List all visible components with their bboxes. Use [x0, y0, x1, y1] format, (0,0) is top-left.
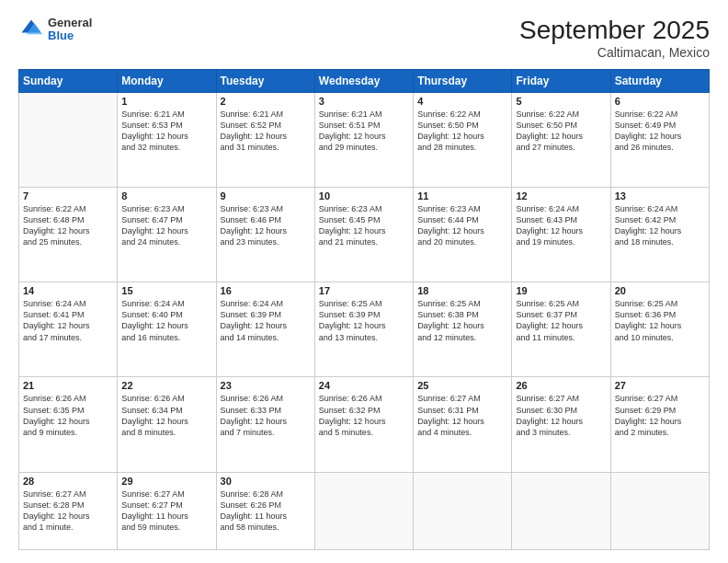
day-info: Sunrise: 6:25 AM Sunset: 6:36 PM Dayligh…	[615, 298, 705, 343]
header-saturday: Saturday	[610, 69, 709, 92]
day-info: Sunrise: 6:26 AM Sunset: 6:35 PM Dayligh…	[23, 393, 113, 438]
day-info: Sunrise: 6:24 AM Sunset: 6:40 PM Dayligh…	[121, 298, 211, 343]
table-row: 4Sunrise: 6:22 AM Sunset: 6:50 PM Daylig…	[414, 92, 512, 187]
logo: General Blue	[18, 17, 92, 43]
table-row	[19, 92, 118, 187]
day-number: 28	[23, 476, 113, 487]
header-tuesday: Tuesday	[216, 69, 314, 92]
day-info: Sunrise: 6:23 AM Sunset: 6:44 PM Dayligh…	[417, 203, 507, 248]
day-info: Sunrise: 6:23 AM Sunset: 6:47 PM Dayligh…	[121, 203, 211, 248]
logo-text: General Blue	[48, 17, 92, 43]
day-info: Sunrise: 6:24 AM Sunset: 6:39 PM Dayligh…	[221, 298, 311, 343]
day-info: Sunrise: 6:21 AM Sunset: 6:53 PM Dayligh…	[121, 109, 211, 154]
day-info: Sunrise: 6:26 AM Sunset: 6:32 PM Dayligh…	[319, 393, 409, 438]
day-number: 10	[319, 190, 409, 201]
table-row: 3Sunrise: 6:21 AM Sunset: 6:51 PM Daylig…	[314, 92, 413, 187]
day-info: Sunrise: 6:24 AM Sunset: 6:41 PM Dayligh…	[23, 298, 113, 343]
day-number: 23	[221, 380, 311, 391]
day-number: 24	[319, 380, 409, 391]
day-number: 15	[121, 285, 211, 296]
table-row	[610, 472, 709, 549]
day-info: Sunrise: 6:22 AM Sunset: 6:49 PM Dayligh…	[615, 109, 705, 154]
day-number: 2	[221, 96, 311, 107]
day-info: Sunrise: 6:25 AM Sunset: 6:38 PM Dayligh…	[417, 298, 507, 343]
day-info: Sunrise: 6:27 AM Sunset: 6:28 PM Dayligh…	[23, 488, 113, 534]
day-info: Sunrise: 6:25 AM Sunset: 6:39 PM Dayligh…	[319, 298, 409, 343]
day-number: 22	[121, 380, 211, 391]
table-row: 10Sunrise: 6:23 AM Sunset: 6:45 PM Dayli…	[314, 187, 413, 282]
day-number: 1	[121, 96, 211, 107]
table-row: 7Sunrise: 6:22 AM Sunset: 6:48 PM Daylig…	[19, 187, 118, 282]
day-number: 26	[516, 380, 606, 391]
table-row: 29Sunrise: 6:27 AM Sunset: 6:27 PM Dayli…	[118, 472, 216, 549]
table-row: 2Sunrise: 6:21 AM Sunset: 6:52 PM Daylig…	[216, 92, 314, 187]
day-number: 19	[516, 285, 606, 296]
day-info: Sunrise: 6:22 AM Sunset: 6:50 PM Dayligh…	[417, 109, 507, 154]
table-row	[512, 472, 610, 549]
day-info: Sunrise: 6:27 AM Sunset: 6:30 PM Dayligh…	[516, 393, 606, 438]
weekday-header-row: Sunday Monday Tuesday Wednesday Thursday…	[19, 69, 710, 92]
table-row: 15Sunrise: 6:24 AM Sunset: 6:40 PM Dayli…	[118, 282, 216, 377]
table-row: 1Sunrise: 6:21 AM Sunset: 6:53 PM Daylig…	[118, 92, 216, 187]
day-number: 30	[221, 476, 311, 487]
day-number: 11	[417, 190, 507, 201]
calendar-subtitle: Caltimacan, Mexico	[519, 45, 710, 60]
day-number: 4	[417, 96, 507, 107]
day-number: 16	[221, 285, 311, 296]
logo-general-text: General	[48, 17, 92, 29]
day-info: Sunrise: 6:21 AM Sunset: 6:51 PM Dayligh…	[319, 109, 409, 154]
table-row: 30Sunrise: 6:28 AM Sunset: 6:26 PM Dayli…	[216, 472, 314, 549]
header-thursday: Thursday	[414, 69, 512, 92]
day-number: 29	[121, 476, 211, 487]
table-row	[314, 472, 413, 549]
day-number: 8	[121, 190, 211, 201]
day-number: 20	[615, 285, 705, 296]
day-info: Sunrise: 6:24 AM Sunset: 6:42 PM Dayligh…	[615, 203, 705, 248]
table-row: 28Sunrise: 6:27 AM Sunset: 6:28 PM Dayli…	[19, 472, 118, 549]
day-number: 7	[23, 190, 113, 201]
table-row: 13Sunrise: 6:24 AM Sunset: 6:42 PM Dayli…	[610, 187, 709, 282]
table-row: 9Sunrise: 6:23 AM Sunset: 6:46 PM Daylig…	[216, 187, 314, 282]
table-row: 16Sunrise: 6:24 AM Sunset: 6:39 PM Dayli…	[216, 282, 314, 377]
header-monday: Monday	[118, 69, 216, 92]
day-info: Sunrise: 6:22 AM Sunset: 6:48 PM Dayligh…	[23, 203, 113, 248]
table-row: 22Sunrise: 6:26 AM Sunset: 6:34 PM Dayli…	[118, 377, 216, 472]
day-number: 21	[23, 380, 113, 391]
day-number: 14	[23, 285, 113, 296]
table-row: 19Sunrise: 6:25 AM Sunset: 6:37 PM Dayli…	[512, 282, 610, 377]
page: General Blue September 2025 Caltimacan, …	[0, 0, 728, 563]
table-row: 24Sunrise: 6:26 AM Sunset: 6:32 PM Dayli…	[314, 377, 413, 472]
table-row: 18Sunrise: 6:25 AM Sunset: 6:38 PM Dayli…	[414, 282, 512, 377]
calendar-title: September 2025	[519, 17, 710, 45]
table-row: 11Sunrise: 6:23 AM Sunset: 6:44 PM Dayli…	[414, 187, 512, 282]
table-row: 8Sunrise: 6:23 AM Sunset: 6:47 PM Daylig…	[118, 187, 216, 282]
calendar-table: Sunday Monday Tuesday Wednesday Thursday…	[18, 69, 710, 550]
day-info: Sunrise: 6:27 AM Sunset: 6:31 PM Dayligh…	[417, 393, 507, 438]
header-sunday: Sunday	[19, 69, 118, 92]
logo-blue-text: Blue	[48, 29, 92, 42]
table-row: 12Sunrise: 6:24 AM Sunset: 6:43 PM Dayli…	[512, 187, 610, 282]
day-info: Sunrise: 6:26 AM Sunset: 6:33 PM Dayligh…	[221, 393, 311, 438]
header-friday: Friday	[512, 69, 610, 92]
table-row: 21Sunrise: 6:26 AM Sunset: 6:35 PM Dayli…	[19, 377, 118, 472]
table-row: 27Sunrise: 6:27 AM Sunset: 6:29 PM Dayli…	[610, 377, 709, 472]
day-info: Sunrise: 6:27 AM Sunset: 6:29 PM Dayligh…	[615, 393, 705, 438]
header-wednesday: Wednesday	[314, 69, 413, 92]
table-row: 5Sunrise: 6:22 AM Sunset: 6:50 PM Daylig…	[512, 92, 610, 187]
day-info: Sunrise: 6:22 AM Sunset: 6:50 PM Dayligh…	[516, 109, 606, 154]
day-info: Sunrise: 6:25 AM Sunset: 6:37 PM Dayligh…	[516, 298, 606, 343]
table-row: 20Sunrise: 6:25 AM Sunset: 6:36 PM Dayli…	[610, 282, 709, 377]
day-number: 13	[615, 190, 705, 201]
day-info: Sunrise: 6:26 AM Sunset: 6:34 PM Dayligh…	[121, 393, 211, 438]
day-number: 5	[516, 96, 606, 107]
title-block: September 2025 Caltimacan, Mexico	[519, 17, 710, 60]
header: General Blue September 2025 Caltimacan, …	[18, 17, 710, 60]
day-number: 6	[615, 96, 705, 107]
table-row: 26Sunrise: 6:27 AM Sunset: 6:30 PM Dayli…	[512, 377, 610, 472]
day-number: 12	[516, 190, 606, 201]
table-row: 14Sunrise: 6:24 AM Sunset: 6:41 PM Dayli…	[19, 282, 118, 377]
day-number: 9	[221, 190, 311, 201]
day-info: Sunrise: 6:27 AM Sunset: 6:27 PM Dayligh…	[121, 488, 211, 534]
table-row: 6Sunrise: 6:22 AM Sunset: 6:49 PM Daylig…	[610, 92, 709, 187]
day-info: Sunrise: 6:23 AM Sunset: 6:45 PM Dayligh…	[319, 203, 409, 248]
